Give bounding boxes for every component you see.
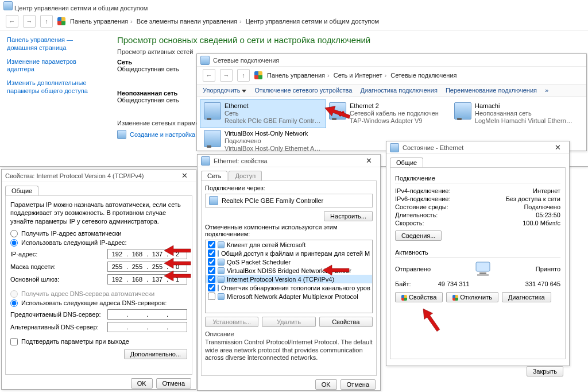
description-label: Описание <box>205 330 373 339</box>
component-checkbox[interactable] <box>208 267 215 274</box>
title-text: Центр управления сетями и общим доступом <box>14 5 148 11</box>
gateway-label: Основной шлюз: <box>10 276 107 283</box>
properties-button[interactable]: Свойства <box>395 292 443 302</box>
connection-item-ethernet2[interactable]: ✖ Ethernet 2 Сетевой кабель не подключен… <box>326 100 451 128</box>
disable-device-button[interactable]: Отключение сетевого устройства <box>254 87 352 94</box>
rename-button[interactable]: Переименование подключения <box>446 87 537 94</box>
crumb-2[interactable]: Центр управления сетями и общим доступом <box>246 18 379 25</box>
component-row[interactable]: Клиент для сетей Microsoft <box>206 240 372 249</box>
component-checkbox[interactable] <box>208 249 215 257</box>
organize-menu[interactable]: Упорядочить <box>203 87 246 94</box>
component-row[interactable]: QoS Packet Scheduler <box>206 258 372 266</box>
install-button[interactable]: Установить... <box>205 317 258 327</box>
connection-item-virtualbox[interactable]: VirtualBox Host-Only Network Подключено … <box>200 128 326 155</box>
sidebar-adapter-link[interactable]: Изменение параметров адаптера <box>7 58 102 74</box>
cancel-button[interactable]: Отмена <box>156 378 191 389</box>
forward-button[interactable]: → <box>23 15 36 28</box>
subnet-mask-input[interactable]: 255.255.255.0 <box>107 262 187 272</box>
component-checkbox[interactable] <box>208 275 215 283</box>
component-row[interactable]: Общий доступ к файлам и принтерам для се… <box>206 249 372 258</box>
close-button[interactable]: ✕ <box>176 171 192 180</box>
components-list[interactable]: Клиент для сетей Microsoft Общий доступ … <box>205 240 373 313</box>
shield-icon <box>452 295 458 301</box>
crumb-2[interactable]: Сетевые подключения <box>390 72 457 79</box>
alternate-dns-input[interactable]: ... <box>107 322 187 332</box>
bytes-label: Байт: <box>395 280 411 287</box>
sidebar-home-link[interactable]: Панель управления — домашняя страница <box>7 36 102 52</box>
connection-device: TAP-Windows Adapter V9 <box>350 117 439 125</box>
radio-use-dns-label: Использовать следующие адреса DNS-сервер… <box>21 299 167 306</box>
connection-item-hamachi[interactable]: Hamachi Неопознанная сеть LogMeIn Hamach… <box>451 100 576 128</box>
close-button[interactable]: ✕ <box>550 143 566 152</box>
diagnose-button[interactable]: Диагностика <box>502 292 551 302</box>
group-connection-label: Подключение <box>395 175 560 182</box>
component-label: VirtualBox NDIS6 Bridged Networking Driv… <box>227 267 351 274</box>
crumb-0[interactable]: Панель управления <box>267 72 325 79</box>
component-row-ipv4[interactable]: Internet Protocol Version 4 (TCP/IPv4) <box>206 275 372 283</box>
bytes-sent-value: 49 734 311 <box>438 280 470 287</box>
crumb-1[interactable]: Сеть и Интернет <box>334 72 382 79</box>
window-icon <box>390 143 399 152</box>
connection-item-ethernet[interactable]: Ethernet Сеть Realtek PCIe GBE Family Co… <box>200 100 326 128</box>
breadcrumb[interactable]: Панель управления› Все элементы панели у… <box>70 18 379 25</box>
component-checkbox[interactable] <box>208 241 215 248</box>
component-row[interactable]: Microsoft Network Adapter Multiplexor Pr… <box>206 292 372 301</box>
ipv4-properties-window: Свойства: Internet Protocol Version 4 (T… <box>1 169 196 390</box>
component-checkbox[interactable] <box>208 284 215 291</box>
remove-button[interactable]: Удалить <box>262 317 315 327</box>
preferred-dns-label: Предпочитаемый DNS-сервер: <box>10 311 107 318</box>
ok-button[interactable]: OK <box>131 378 153 389</box>
connection-name: Ethernet <box>225 102 322 110</box>
component-row[interactable]: Ответчик обнаружения топологии канальног… <box>206 283 372 292</box>
crumb-0[interactable]: Панель управления <box>70 18 128 25</box>
component-row[interactable]: VirtualBox NDIS6 Bridged Networking Driv… <box>206 266 372 275</box>
preferred-dns-input[interactable]: ... <box>107 309 187 320</box>
properties-body: Подключение через: Realtek PCIe GBE Fami… <box>201 180 377 376</box>
details-button[interactable]: Сведения... <box>395 230 442 241</box>
network-connections-window: Сетевые подключения ← → ↑ Панель управле… <box>196 53 587 151</box>
description-text: Transmission Control Protocol/Internet P… <box>205 339 373 362</box>
component-checkbox[interactable] <box>208 293 215 300</box>
close-button[interactable]: Закрыть <box>527 366 563 376</box>
window-title-text: Сетевые подключения <box>213 57 279 64</box>
configure-button[interactable]: Настроить... <box>324 211 373 221</box>
close-button[interactable]: ✕ <box>361 156 377 165</box>
media-value: Подключено <box>524 203 560 210</box>
back-button[interactable]: ← <box>203 69 215 82</box>
cancel-button[interactable]: Отмена <box>341 379 376 390</box>
component-checkbox[interactable] <box>208 258 215 266</box>
radio-auto-ip[interactable] <box>10 230 18 237</box>
ethernet-properties-window: Ethernet: свойства ✕ Сеть Доступ Подключ… <box>197 154 381 391</box>
back-button[interactable]: ← <box>6 15 18 28</box>
ok-button[interactable]: OK <box>315 379 337 390</box>
gateway-input[interactable]: 192.168.137.1 <box>107 274 187 285</box>
more-menu[interactable]: » <box>545 87 547 94</box>
radio-auto-ip-label: Получить IP-адрес автоматически <box>21 230 121 237</box>
window-title: Центр управления сетями и общим доступом <box>0 0 588 13</box>
forward-button[interactable]: → <box>220 69 233 82</box>
breadcrumb[interactable]: Панель управления› Сеть и Интернет› Сете… <box>267 72 457 79</box>
component-icon <box>218 241 225 248</box>
control-panel-icon <box>254 71 262 79</box>
radio-use-ip[interactable] <box>10 239 18 247</box>
window-title-text: Ethernet: свойства <box>214 157 268 164</box>
ip-address-input[interactable]: 192.168.137.2 <box>107 249 187 259</box>
advanced-button[interactable]: Дополнительно... <box>124 349 187 359</box>
up-button[interactable]: ↑ <box>237 69 250 82</box>
up-button[interactable]: ↑ <box>40 15 53 28</box>
confirm-on-exit-checkbox[interactable] <box>10 338 18 345</box>
disable-button[interactable]: Отключить <box>446 292 498 302</box>
adapter-icon <box>204 130 221 147</box>
tab-general[interactable]: Общие <box>390 157 423 167</box>
duration-label: Длительность: <box>395 212 438 218</box>
connection-device: Realtek PCIe GBE Family Controller <box>225 117 322 125</box>
tab-network[interactable]: Сеть <box>201 171 227 180</box>
component-properties-button[interactable]: Свойства <box>319 317 373 327</box>
diagnose-button[interactable]: Диагностика подключения <box>360 87 437 94</box>
tab-access[interactable]: Доступ <box>229 171 262 180</box>
radio-use-dns[interactable] <box>10 299 18 307</box>
tab-general[interactable]: Общие <box>5 186 38 195</box>
crumb-1[interactable]: Все элементы панели управления <box>137 18 237 25</box>
control-panel-icon <box>57 17 65 25</box>
sidebar-sharing-link[interactable]: Изменить дополнительные параметры общего… <box>7 79 102 95</box>
